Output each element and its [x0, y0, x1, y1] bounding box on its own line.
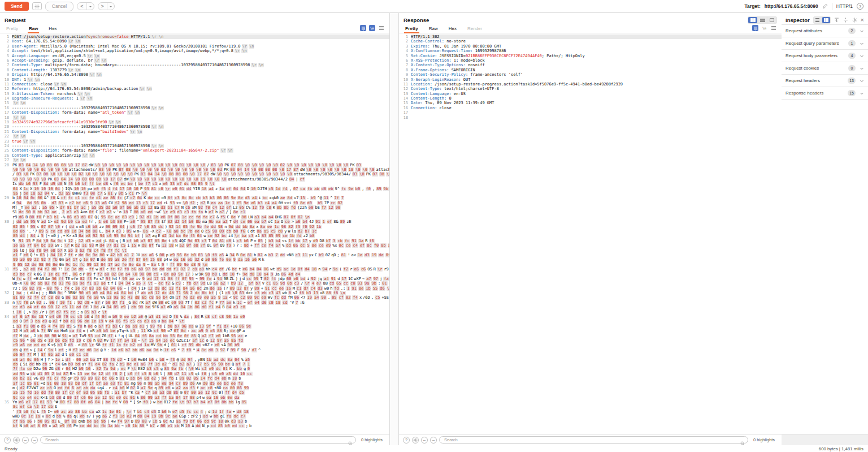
- editor-line: 29b10040c06&^f8&cffcc1ccfed1ae86fc{Zc704…: [0, 196, 389, 200]
- request-search-field[interactable]: [40, 436, 356, 444]
- layout-rows-icon[interactable]: [758, 17, 767, 23]
- search-input[interactable]: [444, 437, 737, 442]
- response-search-field[interactable]: [439, 436, 748, 444]
- status-metrics: 600 bytes | 1,481 millis: [819, 446, 863, 451]
- editor-line: 8Content-Length: 1303779\r\n: [0, 68, 389, 72]
- editor-line: a515fd1eddf0801fc7ef8d058bfb;a1b7^Kca*c7…: [0, 390, 389, 395]
- editor-line: m(d2E7VWTacc8Oedfd6afabdaiq4.rc4b6W07Oa7…: [0, 386, 389, 390]
- editor-line: 9ccee4ecK<$b3d8d801fc60eae129ce9dc01k869…: [0, 395, 389, 400]
- editor-line: 10DNT: 1\r\n: [0, 78, 389, 82]
- request-panel-header: Request: [0, 13, 389, 24]
- editor-line: 8cefca\217db$: [0, 404, 389, 409]
- editor-line: 1POST /json/setup-restore.action?synchro…: [0, 35, 389, 39]
- inspector-close-icon[interactable]: ×: [861, 17, 864, 23]
- inspector-sections: Request attributes2Request query paramet…: [782, 25, 868, 100]
- editor-line: 17Content-Disposition: form-data; name="…: [0, 110, 389, 115]
- request-editor[interactable]: 1POST /json/setup-restore.action?synchro…: [0, 33, 389, 434]
- tab-response-render[interactable]: Render: [466, 26, 483, 33]
- tab-request-raw[interactable]: Raw: [28, 26, 39, 33]
- repeater-window: Send Cancel < > Target: http://64.176.65…: [0, 0, 868, 452]
- inspector-section-request-body-parameters[interactable]: Request body parameters4: [782, 50, 868, 62]
- show-nonprintable-icon[interactable]: \n: [369, 25, 375, 31]
- section-label: Request body parameters: [785, 53, 837, 58]
- editor-line: ad95wcbd1052bd87R<13ee9e12dff82[c6ffc58b…: [0, 372, 389, 376]
- next-request-button[interactable]: >: [98, 2, 115, 10]
- inspector-section-request-cookies[interactable]: Request cookies0: [782, 62, 868, 75]
- search-prev-icon[interactable]: ←: [421, 437, 428, 444]
- case-help-icon[interactable]: ?: [403, 437, 410, 444]
- editor-line: 12Referer: http://64.176.65.54:8090/admi…: [0, 87, 389, 91]
- gear-icon: [34, 1, 40, 11]
- editor-line: 32[ba;(dUnj;;RN80c^3RNf90d5d0e404e404bd(…: [0, 291, 389, 295]
- status-bar: Ready 600 bytes | 1,481 millis: [0, 445, 868, 452]
- tab-response-raw[interactable]: Raw: [428, 26, 439, 33]
- prev-request-button[interactable]: <: [77, 2, 94, 10]
- help-icon[interactable]: ?: [857, 3, 863, 10]
- search-input[interactable]: [45, 437, 345, 442]
- send-settings-button[interactable]: [32, 2, 42, 10]
- request-editor-icons: \n: [360, 25, 384, 33]
- inspector-settings-gear-icon[interactable]: [852, 17, 858, 23]
- layout-columns-icon[interactable]: [748, 17, 757, 23]
- collapse-all-icon[interactable]: [843, 17, 849, 23]
- editor-line: \0\0\0\0\0PK030414\0080808\01787dW\0\0\0…: [0, 177, 389, 182]
- next-dropdown[interactable]: [107, 3, 114, 10]
- editor-line: eeb2a1vGe9f1c7fbgPc999a982bc06b81Dabb48d…: [0, 376, 389, 381]
- editor-line: d3bec7k0G71ed1ff,06dP89ff2a0820ea4\09008…: [0, 272, 389, 277]
- divider: [832, 3, 832, 10]
- inspector-empty-area: [782, 100, 868, 434]
- target-bar: Target: http://64.176.65.54:8090 HTTP/1 …: [745, 1, 863, 11]
- inspector-section-request-query-parameters[interactable]: Request query parameters1: [782, 37, 868, 50]
- editor-line: 33n\tf0pA02;.06[10f1;92d9+87rb007f1_G0cr…: [0, 300, 389, 305]
- show-nonprintable-icon[interactable]: \n: [761, 25, 767, 31]
- search-next-icon[interactable]: →: [430, 437, 437, 444]
- inspector-section-response-headers[interactable]: Response headers15: [782, 87, 868, 100]
- edit-target-pencil-icon[interactable]: [822, 1, 828, 11]
- search-settings-gear-icon[interactable]: [412, 437, 419, 444]
- editor-line: /03\0PK0708\0\0\0\002\0\0\0\0\0\0\0PK030…: [0, 172, 389, 177]
- editor-line: 85d4|84i5(~m9j,+K>x30ae89294c6950d94bf|b…: [0, 234, 389, 238]
- editor-line: 15\r\n: [0, 101, 389, 105]
- cancel-button[interactable]: Cancel: [45, 2, 73, 11]
- search-next-icon[interactable]: →: [31, 437, 38, 444]
- tab-request-hex[interactable]: Hex: [47, 26, 58, 33]
- editor-line: 3User-Agent: Mozilla/5.0 (Macintosh; Int…: [0, 44, 389, 49]
- request-search-bar: ? ← → 0 highlights: [0, 434, 389, 445]
- response-editor[interactable]: 1HTTP/1.1 3022Cache-Control: no-store3Ex…: [399, 33, 782, 434]
- send-button[interactable]: Send: [5, 2, 29, 11]
- editor-line: 16-----------------------------103295884…: [0, 106, 389, 110]
- word-wrap-icon[interactable]: [752, 25, 758, 31]
- section-label: Request cookies: [785, 66, 819, 71]
- search-prev-icon[interactable]: ←: [22, 437, 29, 444]
- inspector-section-request-attributes[interactable]: Request attributes2: [782, 25, 868, 37]
- response-panel: Response PrettyRawHexRender \n: [398, 13, 782, 445]
- editor-line: 17: [399, 110, 782, 115]
- tab-response-hex[interactable]: Hex: [448, 26, 458, 33]
- editor-line: 35Yne6e7178193^#00f7880fa604|befcV08*[$n…: [0, 400, 389, 404]
- list-view-icon[interactable]: [814, 17, 822, 23]
- expand-all-icon[interactable]: [834, 17, 840, 23]
- search-settings-gear-icon[interactable]: [13, 437, 20, 444]
- inspector-section-request-headers[interactable]: Request headers13: [782, 75, 868, 87]
- prev-dropdown[interactable]: [86, 3, 94, 10]
- editor-line: d94_8d960b.d703oc7bfd6913a6CVf298ed13c31…: [0, 201, 389, 205]
- editor-line: d6047fM]8f0ba2dle9c1c3: [0, 352, 389, 357]
- editor-menu-icon[interactable]: [378, 25, 384, 31]
- tab-request-pretty[interactable]: Pretty: [5, 26, 19, 33]
- count-badge: 1: [848, 40, 856, 46]
- editor-line: 24-----------------------------103295884…: [0, 144, 389, 148]
- editor-line: 12Content-Type: text/html;charset=UTF-8: [399, 87, 782, 91]
- editor-menu-icon[interactable]: [770, 25, 776, 31]
- columns-view-icon[interactable]: [822, 17, 830, 23]
- layout-single-icon[interactable]: [767, 17, 776, 23]
- response-editor-icons: \n: [752, 25, 776, 33]
- editor-line: bfNb8af809xa2e9f6P=ceddbcfb1abb~c01b88*b…: [0, 424, 389, 428]
- editor-line: 99a90922927fb0ma417g1e07Bde99a82ef787041…: [0, 257, 389, 262]
- tab-response-pretty[interactable]: Pretty: [404, 26, 419, 33]
- case-help-icon[interactable]: ?: [4, 437, 11, 444]
- status-ready: Ready: [5, 446, 18, 451]
- editor-line: 5Accept-Language: en-US,en;q=0.5\r\n: [0, 54, 389, 58]
- word-wrap-icon[interactable]: [360, 25, 366, 31]
- panel-splitter[interactable]: [390, 13, 398, 445]
- editor-line: e8a40c06H]?>1eidf-00a2baXT88f5d2~Ib0Hw84…: [0, 358, 389, 362]
